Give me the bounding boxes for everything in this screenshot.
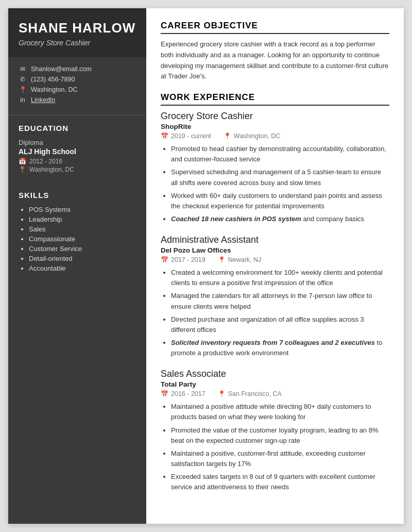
job-meta: 📅2016 - 2017📍San Francisco, CA: [161, 390, 389, 397]
job-entry: Grocery Store CashierShopRite📅2019 - cur…: [161, 111, 389, 224]
email-icon: ✉: [19, 65, 27, 73]
job-years: 📅2016 - 2017: [161, 390, 205, 397]
career-objective-section: CAREER OBJECTIVE Experienced grocery sto…: [161, 21, 389, 82]
education-location: 📍 Washington, DC: [19, 166, 136, 173]
phone-text: (123) 456-7890: [31, 76, 75, 83]
bullet-item: Created a welcoming environment for 100+…: [171, 268, 389, 288]
main-content: CAREER OBJECTIVE Experienced grocery sto…: [146, 8, 404, 524]
location-icon: 📍: [19, 86, 27, 93]
education-school: ALJ High School: [19, 147, 136, 156]
job-location: 📍Newark, NJ: [218, 256, 262, 263]
job-title: Sales Associate: [161, 369, 389, 379]
bullet-item: Managed the calendars for all attorneys …: [171, 291, 389, 311]
sidebar: SHANE HARLOW Grocery Store Cashier ✉ Sha…: [8, 8, 146, 524]
skill-item: Accountable: [29, 264, 136, 272]
bullet-item: Promoted to head cashier by demonstratin…: [171, 144, 389, 164]
career-objective-text: Experienced grocery store cashier with a…: [161, 39, 389, 82]
bullet-item: Maintained a positive attitude while dir…: [171, 402, 389, 422]
sidebar-header: SHANE HARLOW Grocery Store Cashier: [8, 8, 146, 57]
education-title: EDUCATION: [19, 124, 136, 132]
phone-icon: ✆: [19, 76, 27, 83]
linkedin-link[interactable]: LinkedIn: [31, 96, 55, 104]
contact-section: ✉ Shanlow@email.com ✆ (123) 456-7890 📍 W…: [8, 57, 146, 115]
education-degree: Diploma: [19, 139, 136, 146]
job-meta: 📅2019 - current📍Washington, DC: [161, 132, 389, 140]
job-bullets: Promoted to head cashier by demonstratin…: [161, 144, 389, 224]
job-entry: Sales AssociateTotal Party📅2016 - 2017📍S…: [161, 369, 389, 492]
email-text: Shanlow@email.com: [31, 65, 92, 73]
linkedin-icon: in: [19, 96, 27, 104]
career-objective-title: CAREER OBJECTIVE: [161, 21, 389, 34]
calendar-icon: 📅: [19, 158, 26, 165]
skill-item: Detail-oriented: [29, 255, 136, 262]
resume-container: SHANE HARLOW Grocery Store Cashier ✉ Sha…: [8, 8, 404, 524]
bullet-item: Maintained a positive, customer-first at…: [171, 448, 389, 469]
location-icon: 📍: [218, 256, 226, 263]
job-company: Total Party: [161, 380, 389, 388]
bullet-item: Coached 18 new cashiers in POS system an…: [171, 214, 389, 224]
calendar-icon: 📅: [161, 256, 168, 263]
bullet-item: Promoted the value of the customer loyal…: [171, 425, 389, 446]
skill-item: POS Systems: [29, 206, 136, 213]
job-entry: Administrative AssistantDel Pozo Law Off…: [161, 235, 389, 358]
location-item: 📍 Washington, DC: [19, 86, 136, 93]
skill-item: Customer Service: [29, 245, 136, 253]
job-location: 📍Washington, DC: [224, 132, 281, 140]
bullet-item: Worked with 60+ daily customers to under…: [171, 191, 389, 211]
jobs-container: Grocery Store CashierShopRite📅2019 - cur…: [161, 111, 389, 492]
skills-list: POS SystemsLeadershipSalesCompassionateC…: [19, 206, 136, 272]
calendar-icon: 📅: [161, 390, 168, 397]
location-text: Washington, DC: [31, 86, 78, 93]
bullet-item: Exceeded sales targets in 8 out of 9 qua…: [171, 472, 389, 492]
phone-item: ✆ (123) 456-7890: [19, 76, 136, 83]
candidate-name: SHANE HARLOW: [19, 21, 136, 36]
job-company: ShopRite: [161, 123, 389, 130]
bullet-item: Directed purchase and organization of al…: [171, 314, 389, 335]
job-years: 📅2017 - 2019: [161, 256, 205, 263]
location-icon: 📍: [218, 390, 226, 397]
work-experience-section: WORK EXPERIENCE Grocery Store CashierSho…: [161, 92, 389, 492]
job-bullets: Created a welcoming environment for 100+…: [161, 268, 389, 358]
skill-item: Leadership: [29, 215, 136, 223]
education-years: 📅 2012 - 2016: [19, 158, 136, 165]
skill-item: Sales: [29, 225, 136, 233]
job-title: Administrative Assistant: [161, 235, 389, 245]
bullet-item: Solicited inventory requests from 7 coll…: [171, 338, 389, 358]
calendar-icon: 📅: [161, 132, 168, 140]
job-location: 📍San Francisco, CA: [218, 390, 282, 397]
email-item: ✉ Shanlow@email.com: [19, 65, 136, 73]
edu-location-icon: 📍: [19, 166, 26, 173]
candidate-title: Grocery Store Cashier: [19, 39, 136, 47]
job-meta: 📅2017 - 2019📍Newark, NJ: [161, 256, 389, 263]
work-experience-title: WORK EXPERIENCE: [161, 92, 389, 106]
job-company: Del Pozo Law Offices: [161, 246, 389, 254]
job-years: 📅2019 - current: [161, 132, 211, 140]
job-title: Grocery Store Cashier: [161, 111, 389, 122]
linkedin-item[interactable]: in LinkedIn: [19, 96, 136, 104]
education-section: EDUCATION Diploma ALJ High School 📅 2012…: [8, 115, 146, 182]
skills-title: SKILLS: [19, 191, 136, 200]
skills-section: SKILLS POS SystemsLeadershipSalesCompass…: [8, 182, 146, 282]
location-icon: 📍: [224, 132, 231, 140]
job-bullets: Maintained a positive attitude while dir…: [161, 402, 389, 492]
bullet-item: Supervised scheduling and management of …: [171, 167, 389, 188]
skill-item: Compassionate: [29, 235, 136, 243]
